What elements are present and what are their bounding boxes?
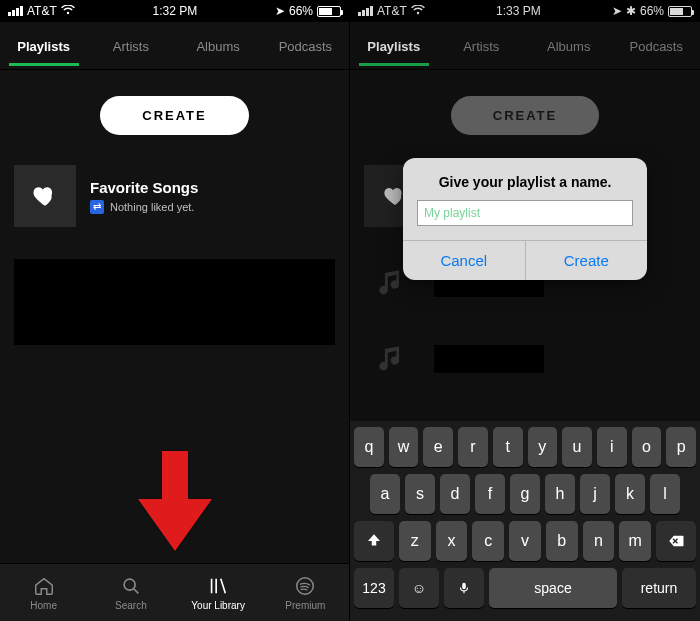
status-time: 1:33 PM [496, 4, 541, 18]
key-l[interactable]: l [650, 474, 680, 514]
heart-icon [32, 183, 58, 209]
wifi-icon [411, 4, 425, 18]
carrier-label: AT&T [377, 4, 407, 18]
signal-bars-icon [8, 6, 23, 16]
key-p[interactable]: p [666, 427, 696, 467]
keyboard-row-1: qwertyuiop [354, 427, 696, 467]
bottom-nav-premium[interactable]: Premium [262, 564, 349, 621]
location-icon: ➤ [275, 4, 285, 18]
key-i[interactable]: i [597, 427, 627, 467]
bottom-nav-library[interactable]: Your Library [175, 564, 262, 621]
tab-artists[interactable]: Artists [438, 25, 526, 66]
key-e[interactable]: e [423, 427, 453, 467]
redacted-title [434, 345, 544, 373]
battery-icon [317, 6, 341, 17]
tab-artists[interactable]: Artists [87, 25, 174, 66]
key-v[interactable]: v [509, 521, 541, 561]
return-key[interactable]: return [622, 568, 696, 608]
backspace-icon [666, 532, 686, 550]
bottom-nav-search[interactable]: Search [87, 564, 174, 621]
carrier-label: AT&T [27, 4, 57, 18]
phone-left-library: AT&T 1:32 PM ➤ 66% Playlists Artists Alb… [0, 0, 350, 621]
microphone-icon [457, 579, 471, 597]
signal-bars-icon [358, 6, 373, 16]
list-item[interactable] [350, 321, 700, 397]
name-playlist-modal: Give your playlist a name. Cancel Create [403, 158, 647, 280]
key-u[interactable]: u [562, 427, 592, 467]
tab-albums[interactable]: Albums [525, 25, 613, 66]
favorite-songs-row[interactable]: Favorite Songs ⇄ Nothing liked yet. [0, 157, 349, 245]
battery-icon [668, 6, 692, 17]
tab-playlists[interactable]: Playlists [350, 25, 438, 66]
emoji-key[interactable]: ☺ [399, 568, 439, 608]
tab-podcasts[interactable]: Podcasts [262, 25, 349, 66]
key-f[interactable]: f [475, 474, 505, 514]
library-icon [207, 575, 229, 597]
key-x[interactable]: x [436, 521, 468, 561]
keyboard-row-2: asdfghjkl [354, 474, 696, 514]
favorite-heart-tile [14, 165, 76, 227]
keyboard-row-3: zxcvbnm [354, 521, 696, 561]
keyboard-row-4: 123 ☺ space return [354, 568, 696, 608]
bottom-nav-library-label: Your Library [191, 600, 245, 611]
bottom-nav-premium-label: Premium [285, 600, 325, 611]
backspace-key[interactable] [656, 521, 696, 561]
numbers-key[interactable]: 123 [354, 568, 394, 608]
key-y[interactable]: y [528, 427, 558, 467]
bottom-nav-home-label: Home [30, 600, 57, 611]
create-playlist-button[interactable]: CREATE [451, 96, 599, 135]
dictation-key[interactable] [444, 568, 484, 608]
key-g[interactable]: g [510, 474, 540, 514]
key-q[interactable]: q [354, 427, 384, 467]
key-s[interactable]: s [405, 474, 435, 514]
ios-keyboard: qwertyuiop asdfghjkl zxcvbnm 123 ☺ space… [350, 421, 700, 621]
spotify-icon [294, 575, 316, 597]
key-j[interactable]: j [580, 474, 610, 514]
library-tabs: Playlists Artists Albums Podcasts [0, 22, 349, 70]
key-o[interactable]: o [632, 427, 662, 467]
svg-line-1 [134, 588, 139, 593]
shift-icon [365, 532, 383, 550]
space-key[interactable]: space [489, 568, 617, 608]
key-d[interactable]: d [440, 474, 470, 514]
bottom-nav-search-label: Search [115, 600, 147, 611]
key-b[interactable]: b [546, 521, 578, 561]
modal-create-button[interactable]: Create [526, 241, 648, 280]
location-icon: ➤ [612, 4, 622, 18]
key-w[interactable]: w [389, 427, 419, 467]
modal-title: Give your playlist a name. [403, 158, 647, 200]
shuffle-badge-icon: ⇄ [90, 200, 104, 214]
key-n[interactable]: n [583, 521, 615, 561]
tab-albums[interactable]: Albums [175, 25, 262, 66]
search-icon [120, 575, 142, 597]
status-time: 1:32 PM [153, 4, 198, 18]
favorite-subtitle: Nothing liked yet. [110, 201, 194, 213]
svg-point-0 [124, 579, 135, 590]
key-k[interactable]: k [615, 474, 645, 514]
create-playlist-button[interactable]: CREATE [100, 96, 248, 135]
key-t[interactable]: t [493, 427, 523, 467]
playlist-name-input[interactable] [417, 200, 633, 226]
phone-right-modal: AT&T 1:33 PM ➤ ✱ 66% Playlists Artists A… [350, 0, 700, 621]
bluetooth-icon: ✱ [626, 4, 636, 18]
bottom-nav-home[interactable]: Home [0, 564, 87, 621]
shift-key[interactable] [354, 521, 394, 561]
bottom-nav: Home Search Your Library Premium [0, 563, 349, 621]
key-a[interactable]: a [370, 474, 400, 514]
key-z[interactable]: z [399, 521, 431, 561]
key-c[interactable]: c [472, 521, 504, 561]
red-arrow-annotation [132, 451, 218, 551]
battery-percent: 66% [640, 4, 664, 18]
key-m[interactable]: m [619, 521, 651, 561]
status-bar: AT&T 1:33 PM ➤ ✱ 66% [350, 0, 700, 22]
key-h[interactable]: h [545, 474, 575, 514]
music-note-icon [364, 331, 420, 387]
wifi-icon [61, 4, 75, 18]
tab-playlists[interactable]: Playlists [0, 25, 87, 66]
favorite-title: Favorite Songs [90, 179, 198, 196]
tab-podcasts[interactable]: Podcasts [613, 25, 701, 66]
modal-cancel-button[interactable]: Cancel [403, 241, 526, 280]
key-r[interactable]: r [458, 427, 488, 467]
home-icon [33, 575, 55, 597]
battery-percent: 66% [289, 4, 313, 18]
